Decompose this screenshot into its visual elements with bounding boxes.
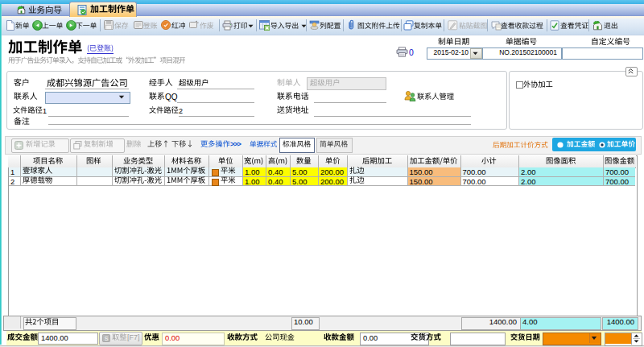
svg-text:S: S xyxy=(105,335,109,341)
